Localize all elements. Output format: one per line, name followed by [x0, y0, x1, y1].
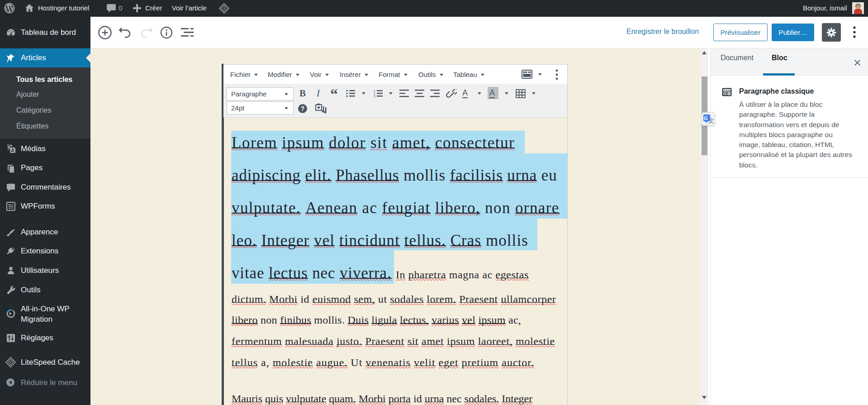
svg-text:3: 3 — [374, 95, 375, 97]
svg-text:?: ? — [301, 105, 305, 112]
